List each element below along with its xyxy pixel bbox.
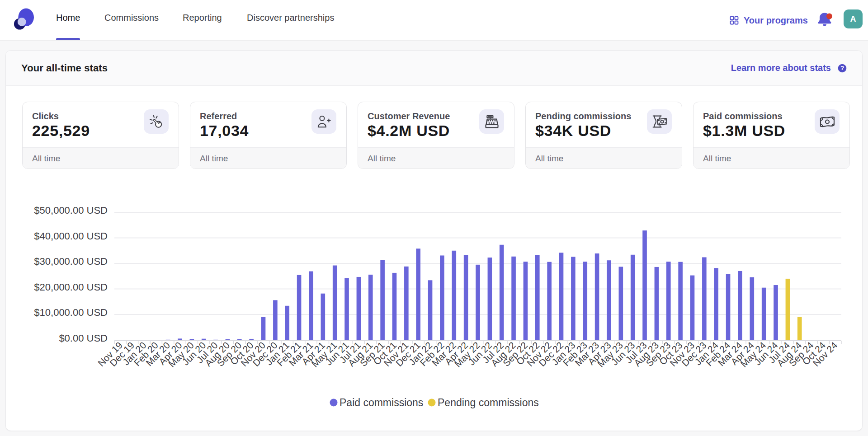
svg-text:?: ? (840, 65, 844, 71)
svg-text:$40,000.00 USD: $40,000.00 USD (34, 230, 108, 242)
svg-text:$0.00 USD: $0.00 USD (59, 333, 108, 344)
svg-text:Pending commissions: Pending commissions (438, 397, 539, 408)
svg-text:$10,000.00 USD: $10,000.00 USD (34, 307, 108, 318)
svg-text:Paid commissions: Paid commissions (340, 397, 423, 408)
svg-text:$50,000.00 USD: $50,000.00 USD (34, 205, 108, 216)
svg-text:$30,000.00 USD: $30,000.00 USD (34, 256, 108, 267)
svg-text:$20,000.00 USD: $20,000.00 USD (34, 281, 108, 293)
